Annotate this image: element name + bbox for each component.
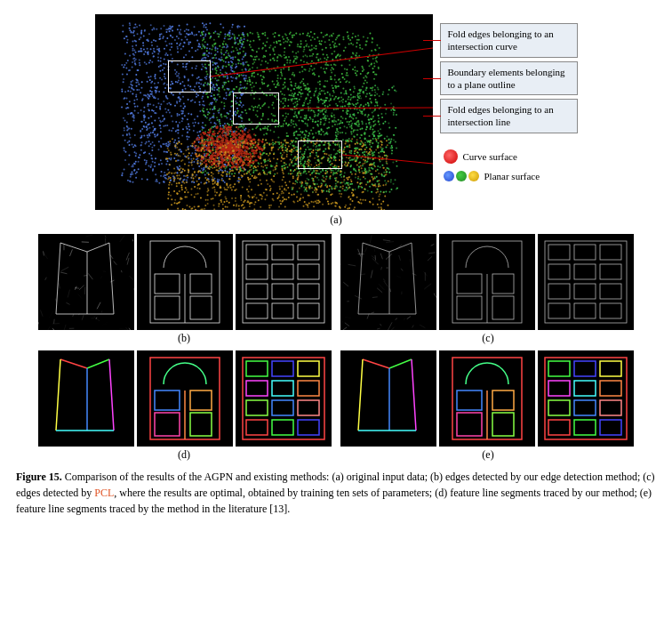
de-row bbox=[16, 350, 656, 447]
figure-container: Fold edges belonging to an intersection … bbox=[16, 14, 656, 517]
annotation-box-curve bbox=[168, 60, 211, 93]
image-e3 bbox=[538, 350, 634, 447]
planar-icon-yellow bbox=[468, 171, 479, 181]
label-a: (a) bbox=[16, 213, 656, 227]
bc-row bbox=[16, 234, 656, 330]
planar-icon-blue bbox=[444, 171, 454, 181]
annotation-box-boundary bbox=[233, 93, 279, 125]
image-c1 bbox=[340, 234, 436, 330]
fold-edges-curve-box: Fold edges belonging to an intersection … bbox=[440, 23, 578, 58]
planar-surface-label: Planar surface bbox=[484, 171, 540, 181]
image-b2 bbox=[137, 234, 233, 330]
fold-edges-line-label: Fold edges belonging to an intersection … bbox=[448, 104, 554, 127]
boundary-elements-box: Boundary elements belonging to a plane o… bbox=[440, 61, 578, 96]
bc-labels: (b) (c) bbox=[16, 332, 656, 345]
fold-edges-curve-label: Fold edges belonging to an intersection … bbox=[448, 28, 554, 52]
image-d1 bbox=[38, 350, 134, 447]
image-e2 bbox=[439, 350, 535, 447]
boundary-elements-label: Boundary elements belonging to a plane o… bbox=[448, 67, 565, 90]
label-b: (b) bbox=[32, 332, 336, 345]
figure-label: Figure 15. bbox=[16, 471, 62, 483]
label-e: (e) bbox=[336, 448, 640, 462]
image-c2 bbox=[439, 234, 535, 330]
label-c: (c) bbox=[336, 332, 640, 345]
part-a: Fold edges belonging to an intersection … bbox=[16, 14, 656, 210]
planar-icon-green bbox=[456, 171, 467, 181]
image-e1 bbox=[340, 350, 436, 447]
caption-pcl: PCL bbox=[94, 487, 114, 499]
part-a-inner: Fold edges belonging to an intersection … bbox=[95, 14, 578, 210]
planar-surface-icons bbox=[444, 171, 479, 181]
de-labels: (d) (e) bbox=[16, 448, 656, 462]
image-b1 bbox=[38, 234, 134, 330]
fold-edges-line-box: Fold edges belonging to an intersection … bbox=[440, 99, 578, 133]
image-b3 bbox=[236, 234, 332, 330]
main-image-a bbox=[95, 14, 433, 210]
label-d: (d) bbox=[32, 448, 336, 462]
curve-surface-label: Curve surface bbox=[463, 151, 517, 162]
annotation-panel: Fold edges belonging to an intersection … bbox=[433, 14, 578, 183]
image-d2 bbox=[137, 350, 233, 447]
annotation-box-line bbox=[298, 141, 342, 169]
figure-caption: Figure 15. Comparison of the results of … bbox=[16, 469, 656, 517]
curve-surface-icon bbox=[444, 149, 458, 164]
image-c3 bbox=[538, 234, 634, 330]
planar-surface-legend: Planar surface bbox=[440, 169, 578, 183]
image-d3 bbox=[236, 350, 332, 447]
curve-surface-legend: Curve surface bbox=[440, 148, 578, 165]
